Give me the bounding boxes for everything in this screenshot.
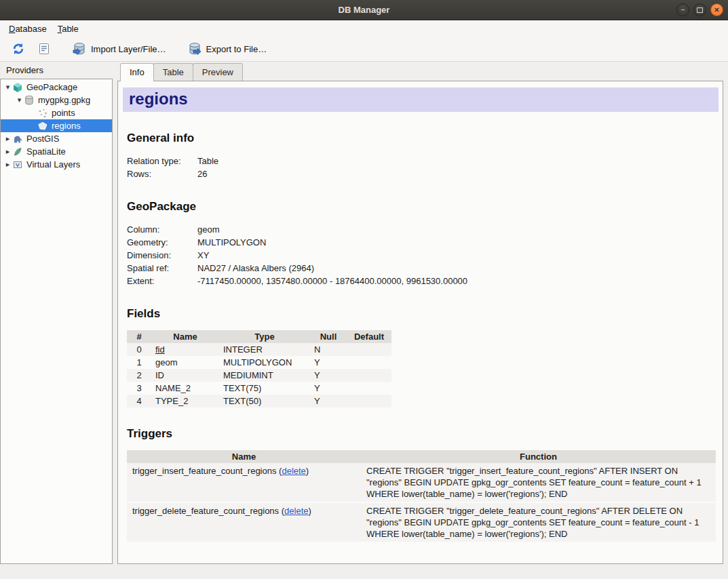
sql-window-button[interactable] bbox=[33, 39, 56, 58]
field-type: MEDIUMINT bbox=[219, 369, 310, 382]
tree-item-mygpkg[interactable]: mygpkg.gpkg bbox=[1, 94, 112, 106]
trigger-name: trigger_insert_feature_count_regions ( bbox=[132, 466, 282, 476]
tree-item-label: GeoPackage bbox=[26, 82, 77, 92]
delete-trigger-link[interactable]: delete bbox=[282, 466, 305, 476]
main-area: Providers GeoPackage bbox=[0, 62, 728, 579]
menu-database-rest: atabase bbox=[15, 24, 46, 34]
tree-item-regions[interactable]: regions bbox=[1, 119, 112, 132]
field-num: 2 bbox=[127, 369, 151, 382]
table-row: 0 fid INTEGER N bbox=[127, 343, 391, 356]
field-type: MULTIPOLYGON bbox=[219, 356, 310, 369]
field-type: INTEGER bbox=[219, 343, 310, 356]
layer-title-band: regions bbox=[123, 87, 719, 112]
info-row: Relation type: Table bbox=[127, 155, 716, 167]
geopackage-heading: GeoPackage bbox=[127, 200, 716, 214]
info-label: Column: bbox=[127, 223, 197, 236]
field-name: ID bbox=[151, 369, 219, 382]
table-row: 1 geom MULTIPOLYGON Y bbox=[127, 356, 391, 369]
tree-item-postgis[interactable]: PostGIS bbox=[1, 132, 112, 145]
info-panel: regions General info Relation type: Tabl… bbox=[117, 81, 723, 564]
tab-preview[interactable]: Preview bbox=[193, 63, 243, 81]
expand-arrow-icon[interactable] bbox=[3, 147, 12, 156]
tree-item-geopackage[interactable]: GeoPackage bbox=[1, 81, 112, 94]
trigger-function: CREATE TRIGGER "trigger_delete_feature_c… bbox=[361, 502, 716, 542]
info-label: Extent: bbox=[127, 275, 197, 287]
field-name: NAME_2 bbox=[151, 382, 219, 395]
export-file-button[interactable]: Export to File… bbox=[183, 39, 272, 59]
info-row: Geometry: MULTIPOLYGON bbox=[127, 236, 716, 249]
tab-table[interactable]: Table bbox=[153, 63, 193, 81]
tree-item-label: regions bbox=[52, 121, 81, 131]
column-header: # bbox=[127, 330, 151, 343]
tree-item-points[interactable]: points bbox=[1, 106, 112, 119]
menubar: Database Table bbox=[0, 20, 728, 37]
triggers-section: Triggers Name Function tr bbox=[123, 427, 719, 543]
tree-item-label: mygpkg.gpkg bbox=[38, 95, 90, 105]
field-default bbox=[347, 356, 391, 369]
info-value: MULTIPOLYGON bbox=[197, 236, 266, 249]
expand-arrow-icon[interactable] bbox=[3, 134, 12, 143]
column-header: Null bbox=[310, 330, 347, 343]
tree-item-label: PostGIS bbox=[26, 134, 59, 144]
table-row: trigger_delete_feature_count_regions (de… bbox=[127, 502, 716, 542]
triggers-heading: Triggers bbox=[127, 427, 716, 441]
field-default bbox=[347, 369, 391, 382]
table-row: 4 TYPE_2 TEXT(50) Y bbox=[127, 395, 391, 407]
field-num: 3 bbox=[127, 382, 151, 395]
import-layer-button[interactable]: Import Layer/File… bbox=[67, 39, 171, 59]
refresh-button[interactable] bbox=[6, 39, 31, 59]
minimize-icon[interactable] bbox=[676, 3, 689, 16]
field-null: Y bbox=[310, 356, 347, 369]
triggers-table: Name Function trigger_insert_feature_cou… bbox=[127, 450, 716, 543]
db-manager-window: DB Manager Database Table bbox=[0, 0, 728, 579]
content-panel: Info Table Preview regions General info … bbox=[117, 63, 723, 564]
info-value: XY bbox=[197, 249, 209, 262]
titlebar[interactable]: DB Manager bbox=[0, 0, 728, 20]
field-null: Y bbox=[310, 369, 347, 382]
trigger-name-suffix: ) bbox=[308, 506, 311, 516]
table-row: 2 ID MEDIUMINT Y bbox=[127, 369, 391, 382]
providers-panel: Providers GeoPackage bbox=[0, 63, 113, 564]
tree-item-virtual-layers[interactable]: Virtual Layers bbox=[1, 158, 112, 171]
import-layer-label: Import Layer/File… bbox=[91, 44, 166, 54]
info-row: Rows: 26 bbox=[127, 167, 716, 180]
layer-title: regions bbox=[129, 89, 188, 108]
maximize-icon[interactable] bbox=[693, 3, 706, 16]
field-num: 1 bbox=[127, 356, 151, 369]
field-null: Y bbox=[310, 382, 347, 395]
geopackage-icon bbox=[12, 82, 23, 93]
info-label: Geometry: bbox=[127, 236, 197, 249]
spatialite-icon bbox=[12, 146, 23, 157]
info-value: Table bbox=[197, 155, 218, 167]
table-row: 3 NAME_2 TEXT(75) Y bbox=[127, 382, 391, 395]
general-info-heading: General info bbox=[127, 132, 716, 145]
menu-database-mnemonic: D bbox=[9, 24, 15, 34]
info-value: NAD27 / Alaska Albers (2964) bbox=[197, 262, 314, 275]
polygon-layer-icon bbox=[37, 121, 48, 132]
fields-table: # Name Type Null Default 0 fid I bbox=[127, 330, 391, 407]
field-name: TYPE_2 bbox=[151, 395, 219, 407]
tree-item-label: points bbox=[52, 108, 75, 118]
field-num: 4 bbox=[127, 395, 151, 407]
menu-table-rest: able bbox=[62, 24, 79, 34]
expand-arrow-icon[interactable] bbox=[3, 160, 12, 169]
column-header: Name bbox=[151, 330, 219, 343]
column-header: Function bbox=[361, 450, 716, 463]
tree-item-spatialite[interactable]: SpatiaLite bbox=[1, 145, 112, 158]
info-value: -7117450.00000, 1357480.00000 - 18764400… bbox=[197, 275, 467, 287]
providers-tree: GeoPackage mygpkg.gpkg bbox=[0, 79, 113, 564]
menu-database[interactable]: Database bbox=[3, 22, 52, 36]
refresh-icon bbox=[11, 41, 26, 56]
close-icon[interactable] bbox=[710, 3, 723, 16]
collapse-arrow-icon[interactable] bbox=[15, 96, 24, 104]
import-database-icon bbox=[72, 41, 87, 56]
geopackage-section: GeoPackage Column: geom Geometry: MULTIP… bbox=[123, 200, 719, 287]
delete-trigger-link[interactable]: delete bbox=[284, 506, 308, 516]
tab-info[interactable]: Info bbox=[120, 63, 154, 81]
field-type: TEXT(50) bbox=[219, 395, 310, 407]
sql-window-icon bbox=[37, 42, 51, 56]
field-name-pk: fid bbox=[155, 344, 165, 355]
menu-table[interactable]: Table bbox=[52, 22, 84, 36]
collapse-arrow-icon[interactable] bbox=[3, 83, 12, 92]
info-row: Spatial ref: NAD27 / Alaska Albers (2964… bbox=[127, 262, 716, 275]
